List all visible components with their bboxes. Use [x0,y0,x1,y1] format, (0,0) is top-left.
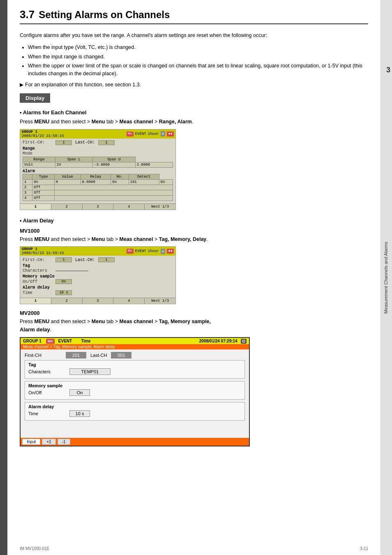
mv2000-topbar: GROUP 1 MV EVENT Time 2008/01/24 07:29:1… [21,338,249,344]
mv2000-event: EVENT [58,339,72,343]
mv1000-delay-mv-icon: MV [127,249,134,254]
mv1000-delay-onoff-row: On/Off On [23,279,173,284]
mv1000-alarm-r4-idx: 4 [23,195,32,201]
right-sidebar: 3 Measurement Channels and Alarms [380,0,392,555]
mv2000-time-val[interactable]: 10 s [69,410,90,417]
mv2000-time-label: Time [28,411,69,416]
mv2000-press-text: Press MENU and then select > Menu tab > … [20,318,368,334]
mv2000-tag-box: Tag Characters TEMP01 [25,360,245,379]
mv2000-memory-title: Memory sample [28,383,241,388]
display-label: Display [20,93,50,103]
mv1000-alarm-tab-2[interactable]: 2 [51,204,83,210]
mv1000-delay-tab-1[interactable]: 1 [20,298,51,304]
mv1000-alarm-r4-rest [54,195,173,201]
bullet-dot: • [20,109,23,116]
mv2000-chars-row: Characters TEMP01 [28,368,241,375]
mv2000-first-ch-label: First-CH [25,353,66,358]
mv2000-chars-val[interactable]: TEMP01 [69,368,111,375]
mv1000-alarm-col-value: Value [54,174,81,179]
mv1000-delay-settings-icon: ⊡ [161,249,165,254]
mv2000-time-row: Time 10 s [28,410,241,417]
mv1000-alarm-r1-no: 101 [129,179,159,185]
mv1000-delay-onoff-label: On/Off [23,280,55,284]
mv2000-tab-plus1[interactable]: +1 [42,439,55,445]
mv1000-delay-tab-next[interactable]: Next 1/3 [145,298,175,304]
bullet-2: When the input range is changed. [28,53,368,61]
mv2000-ch-row: First-CH 201 Last-CH 001 [25,352,245,358]
mv1000-alarm-mode-row: Mode [23,151,173,156]
mv1000-alarm-r2-idx: 2 [23,185,32,190]
mv1000-alarm-ch-row: First-CH: 1 Last-CH: 1 [23,140,173,145]
mv1000-alarm-tab-3[interactable]: 3 [83,204,114,210]
mv1000-alarm-last-ch-label: Last-CH: [75,140,95,145]
mv2000-first-ch-val[interactable]: 201 [66,352,86,358]
mv1000-alarm-event: EVENT [135,132,146,136]
mv1000-alarm-section-label: Alarm [23,169,173,173]
mv1000-delay-tag-label: Tag [23,264,173,268]
mv1000-delay-topbar: GROUP 1 2008/01/23 21:59:15 MV EVENT 1ho… [20,247,175,256]
mv1000-delay-onoff-val[interactable]: On [55,279,72,284]
mv2000-last-ch-val[interactable]: 001 [111,352,131,358]
mv2000-topbar-right: 2008/01/24 07:29:14 ⊡ [199,339,247,343]
mv1000-delay-time-val[interactable]: 10 s [55,290,72,295]
bullet-3: When the upper or lower limit of the spa… [28,62,368,78]
mv1000-delay-tab-3[interactable]: 3 [83,298,114,304]
chapter-number: 3 [386,66,390,74]
mv1000-alarm-col-empty [23,174,32,179]
mv1000-alarm-r1-detect: On [159,179,173,185]
alarms-each-channel-section: • Alarms for Each Channel Press MENU and… [20,109,368,210]
mv1000-delay-last-ch-val[interactable]: 1 [98,257,115,262]
mv2000-tab-minus1[interactable]: -1 [58,439,70,445]
mv1000-alarm-tab-1[interactable]: 1 [20,204,51,210]
mv1000-delay-tab-2[interactable]: 2 [51,298,83,304]
mv1000-alarm-tab-4[interactable]: 4 [113,204,145,210]
mv1000-delay-press-text: Press MENU and then select > Menu tab > … [20,236,368,243]
mv2000-topbar-left: GROUP 1 MV EVENT Time [23,339,91,343]
alarms-press-text: Press MENU and then select > Menu tab > … [20,118,368,126]
bottom-left-label: IM MV1000-01E [20,546,49,551]
mv2000-settings-icon: ⊡ [241,339,247,344]
mv1000-alarm-col-no: No. [111,174,129,179]
mv1000-delay-tab-4[interactable]: 4 [113,298,145,304]
mv1000-alarm-r2-on: Off [32,185,55,190]
mv1000-label: MV1000 [20,228,368,234]
sidebar-label: Measurement Channels and Alarms [383,242,389,314]
mv1000-delay-chars-val[interactable] [55,271,88,271]
section-header: 3.7 Setting Alarms on Channels [20,8,368,24]
mv1000-alarm-r1-idx: 1 [23,179,32,185]
mv2000-screen: GROUP 1 MV EVENT Time 2008/01/24 07:29:1… [20,337,250,446]
mv2000-datetime: 2008/01/24 07:29:14 [199,339,238,343]
mv2000-onoff-val[interactable]: On [69,389,90,396]
section-title: Setting Alarms on Channels [39,9,170,21]
mv1000-delay-time: 1hour [148,249,159,253]
mv1000-alarm-mv-icon: MV [127,132,134,136]
mv1000-delay-time-label: Time [23,291,55,295]
mv1000-delay-screen: GROUP 1 2008/01/23 21:59:15 MV EVENT 1ho… [20,246,176,304]
bullet-list: When the input type (Volt, TC, etc.) is … [28,44,368,78]
mv1000-range-col-spanl: Span L [55,157,92,162]
mv1000-delay-first-ch-val[interactable]: 1 [55,257,72,262]
mv1000-alarm-first-ch-val[interactable]: 1 [55,140,72,145]
mv2000-body: First-CH 201 Last-CH 001 Tag Characters … [21,349,249,438]
mv1000-delay-ch-row: First-CH: 1 Last-CH: 1 [23,257,173,262]
mv1000-alarm-table: Type Value Relay No. Detect 1 On H 0.000… [23,174,173,201]
mv1000-range-col-spanu: Span U [92,157,135,162]
mv1000-delay-time-row: Time 10 s [23,290,173,295]
mv1000-alarm-row-4: 4 Off [23,195,173,201]
mv2000-tab-input[interactable]: Input [22,439,40,445]
bottom-right-label: 3-11 [360,546,368,551]
mv1000-alarm-datetime: 2008/01/23 21:58:15 [22,134,64,138]
mv2000-nav: Meas channel > Tag, Memory sample, Alarm… [21,344,249,349]
mv1000-alarm-range-section: Range [23,146,173,151]
mv1000-alarm-r3-idx: 3 [23,190,32,195]
mv1000-alarm-topbar-left: GROUP 1 2008/01/23 21:58:15 [22,130,64,138]
mv1000-delay-last-ch-label: Last-CH: [75,258,95,262]
alarm-delay-bullet: • [20,217,23,224]
mv1000-alarm-last-ch-val[interactable]: 1 [98,140,115,145]
mv1000-alarm-settings-icon: ⊡ [161,131,165,136]
mv1000-alarm-r3-rest [54,190,173,195]
mv1000-alarm-r1-relay: On [111,179,129,185]
intro-paragraph: Configure alarms after you have set the … [20,32,368,39]
mv1000-alarm-tab-next[interactable]: Next 1/3 [145,204,175,210]
mv1000-span-u: 2.0000 [135,162,173,167]
